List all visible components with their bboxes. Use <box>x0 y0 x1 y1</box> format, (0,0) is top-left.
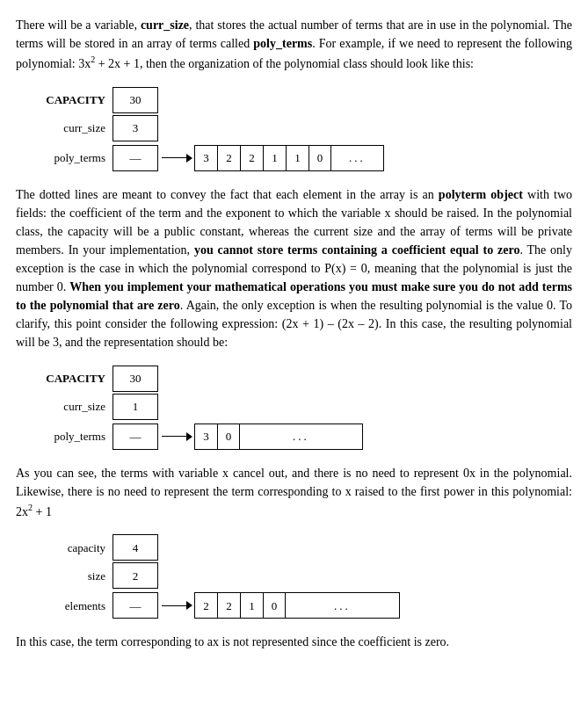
diagram1-capacity-label: CAPACITY <box>33 91 113 109</box>
intro-paragraph: There will be a variable, curr_size, tha… <box>16 16 572 73</box>
diagram3-arrow <box>162 601 192 610</box>
diagram1-array: 3 2 2 1 1 0 ... <box>194 145 384 171</box>
array-cell: 2 <box>194 592 217 619</box>
diagram1-currsize-value: 3 <box>113 115 158 141</box>
diagram3-elements-row: elements — 2 2 1 0 ... <box>33 592 572 619</box>
diagram3-array: 2 2 1 0 ... <box>194 592 400 619</box>
diagram1-currsize-label: curr_size <box>33 119 113 137</box>
middle-paragraph: The dotted lines are meant to convey the… <box>16 185 572 351</box>
diagram2-polyterms-row: poly_terms — 3 0 ... <box>33 424 572 450</box>
after-diagram2-paragraph: As you can see, the terms with variable … <box>16 464 572 521</box>
diagram3-size-value: 2 <box>113 562 158 589</box>
diagram1-capacity-value: 30 <box>113 87 158 113</box>
final-paragraph: In this case, the term corresponding to … <box>16 633 572 651</box>
diagram2-capacity-value: 30 <box>113 366 158 392</box>
diagram2-currsize-label: curr_size <box>33 398 113 416</box>
diagram2-capacity-row: CAPACITY 30 <box>33 366 572 392</box>
diagram2-dots: ... <box>240 424 363 450</box>
diagram2-array: 3 0 ... <box>194 424 363 450</box>
diagram2-currsize-row: curr_size 1 <box>33 394 572 420</box>
diagram1-polyterms-row: poly_terms — 3 2 2 1 1 0 ... <box>33 145 572 171</box>
diagram3-capacity-label: capacity <box>33 539 113 557</box>
array-cell: 3 <box>194 145 217 171</box>
array-cell: 2 <box>240 145 263 171</box>
diagram2-arrow <box>162 432 192 441</box>
diagram2-ptr-box: — <box>113 424 158 450</box>
diagram1-ptr-box: — <box>113 145 158 171</box>
diagram-2: CAPACITY 30 curr_size 1 poly_terms — 3 0… <box>33 366 572 450</box>
polyterm-term: polyterm object <box>439 188 523 201</box>
diagram2-currsize-value: 1 <box>113 394 158 420</box>
diagram1-capacity-row: CAPACITY 30 <box>33 87 572 113</box>
diagram3-size-row: size 2 <box>33 562 572 589</box>
diagram3-capacity-row: capacity 4 <box>33 534 572 561</box>
array-cell: 1 <box>286 145 309 171</box>
no-zero-rule: you cannot store terms containing a coef… <box>194 243 520 257</box>
diagram2-polyterms-label: poly_terms <box>33 428 113 445</box>
diagram3-elements-label: elements <box>33 597 113 615</box>
implement-rule: When you implement your mathematical ope… <box>16 280 572 312</box>
array-cell: 1 <box>263 145 286 171</box>
diagram2-capacity-label: CAPACITY <box>33 370 113 387</box>
array-cell: 0 <box>217 424 240 450</box>
diagram1-polyterms-label: poly_terms <box>33 149 113 167</box>
array-cell: 0 <box>263 592 286 619</box>
array-cell: 1 <box>240 592 263 619</box>
diagram3-size-label: size <box>33 568 113 585</box>
array-cell: 2 <box>217 592 240 619</box>
array-cell: 3 <box>194 424 217 450</box>
diagram1-arrow <box>162 154 192 163</box>
poly-terms-term: poly_terms <box>253 37 312 50</box>
diagram3-ptr-box: — <box>113 592 158 619</box>
array-cell: 0 <box>309 145 331 171</box>
array-cell: 2 <box>217 145 240 171</box>
diagram-3: capacity 4 size 2 elements — 2 2 1 0 ... <box>33 534 572 619</box>
diagram3-capacity-value: 4 <box>113 534 158 561</box>
diagram1-dots: ... <box>331 145 384 171</box>
diagram-1: CAPACITY 30 curr_size 3 poly_terms — 3 2… <box>33 87 572 171</box>
curr-size-term: curr_size <box>141 18 189 32</box>
diagram3-dots: ... <box>286 592 400 619</box>
diagram1-currsize-row: curr_size 3 <box>33 115 572 141</box>
